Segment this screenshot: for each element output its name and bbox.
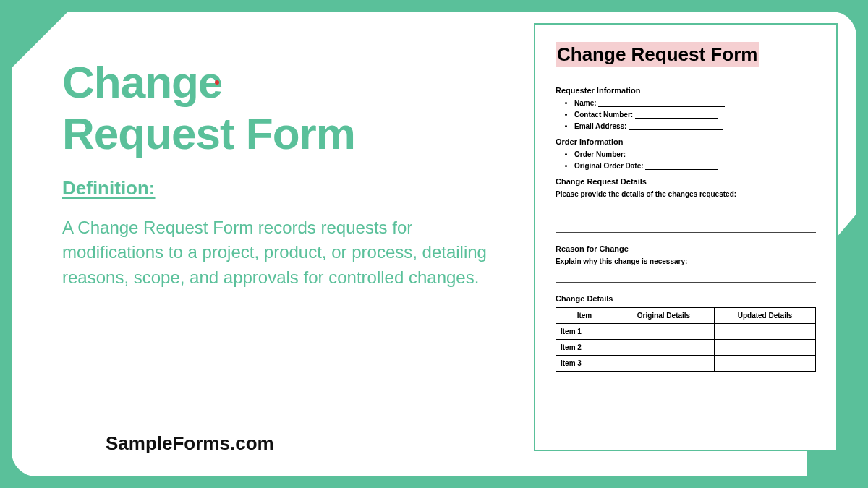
table-row: Item 3 — [556, 356, 816, 372]
change-details-table: Item Original Details Updated Details It… — [556, 307, 816, 372]
field-name-label: Name: — [574, 99, 597, 107]
order-fields: Order Number: Original Order Date: — [574, 150, 816, 170]
cell — [714, 356, 815, 372]
field-order-number: Order Number: — [574, 150, 816, 158]
definition-label: Definition: — [62, 177, 511, 200]
blank-line — [556, 223, 816, 233]
blank-line — [598, 100, 725, 107]
blank-line — [645, 163, 718, 170]
title-line-2: Request Form — [62, 108, 355, 158]
form-title: Change Request Form — [556, 42, 759, 67]
blank-line — [628, 151, 722, 158]
field-order-date-label: Original Order Date: — [574, 162, 644, 170]
section-change-details: Change Details — [556, 294, 816, 303]
field-name: Name: — [574, 99, 816, 107]
table-header-row: Item Original Details Updated Details — [556, 308, 816, 324]
blank-line — [556, 205, 816, 215]
form-preview-panel: Change Request Form Requester Informatio… — [534, 23, 838, 451]
field-contact-label: Contact Number: — [574, 111, 633, 119]
section-change-request-details: Change Request Details — [556, 177, 816, 186]
field-order-date: Original Order Date: — [574, 162, 816, 170]
row-item-3: Item 3 — [556, 356, 613, 372]
title-line-1: Change — [62, 57, 222, 107]
cell — [613, 340, 714, 356]
cell — [613, 324, 714, 340]
blank-line — [556, 273, 816, 283]
field-email: Email Address: — [574, 122, 816, 130]
section-reason: Reason for Change — [556, 244, 816, 253]
field-email-label: Email Address: — [574, 122, 626, 130]
cell — [613, 356, 714, 372]
cell — [714, 340, 815, 356]
field-order-number-label: Order Number: — [574, 150, 626, 158]
definition-body: A Change Request Form records requests f… — [62, 215, 511, 291]
col-original: Original Details — [613, 308, 714, 324]
table-row: Item 2 — [556, 340, 816, 356]
cell — [714, 324, 815, 340]
row-item-2: Item 2 — [556, 340, 613, 356]
section-requester-info: Requester Information — [556, 86, 816, 95]
field-contact: Contact Number: — [574, 111, 816, 119]
col-item: Item — [556, 308, 613, 324]
section-order-info: Order Information — [556, 137, 816, 146]
brand-label: SampleForms.com — [106, 432, 274, 455]
blank-line — [635, 111, 718, 119]
change-request-instruction: Please provide the details of the change… — [556, 190, 816, 198]
col-updated: Updated Details — [714, 308, 815, 324]
row-item-1: Item 1 — [556, 324, 613, 340]
left-content: Change Request Form Definition: A Change… — [62, 56, 511, 291]
reason-instruction: Explain why this change is necessary: — [556, 257, 816, 265]
page-title: Change Request Form — [62, 56, 511, 160]
table-row: Item 1 — [556, 324, 816, 340]
blank-line — [629, 123, 723, 130]
requester-fields: Name: Contact Number: Email Address: — [574, 99, 816, 130]
